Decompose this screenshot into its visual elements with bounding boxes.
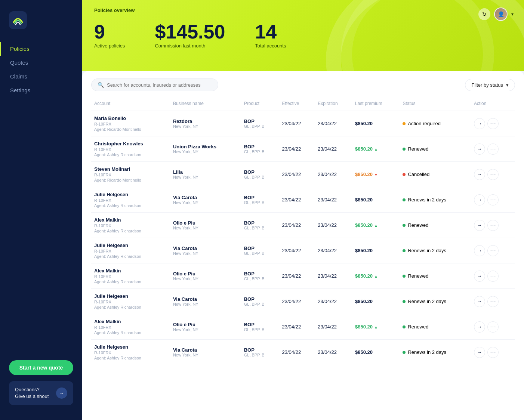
business-cell: Lilia New York, NY — [170, 162, 241, 187]
avatar[interactable]: 👤 — [494, 7, 508, 21]
product-cell: BOP GL, BPP, B — [241, 314, 279, 340]
business-name: Rezdora — [173, 118, 238, 124]
effective-date: 23/04/22 — [279, 263, 315, 289]
trend-down-icon: ▼ — [374, 173, 378, 177]
search-input[interactable] — [107, 82, 212, 88]
business-cell: Olio e Piu New York, NY — [170, 314, 241, 340]
business-cell: Olio e Piu New York, NY — [170, 263, 241, 289]
more-options-button[interactable]: ⋯ — [487, 347, 499, 358]
account-code: R-10FRX — [94, 147, 167, 152]
product-name: BOP — [244, 118, 276, 124]
account-name: Julie Helgesen — [94, 243, 167, 248]
navigate-button[interactable]: → — [474, 271, 485, 282]
status-badge: Renews in 2 days — [403, 197, 468, 203]
business-name: Olio e Piu — [173, 220, 238, 226]
account-cell: Alex Malkin R-10FRX Agent: Ashley Richar… — [91, 314, 170, 340]
navigate-button[interactable]: → — [474, 296, 485, 307]
table-row: Julie Helgesen R-10FRX Agent: Ashley Ric… — [91, 238, 515, 263]
table-row: Alex Malkin R-10FRX Agent: Ashley Richar… — [91, 213, 515, 238]
col-header: Business name — [170, 99, 241, 111]
business-cell: Rezdora New York, NY — [170, 111, 241, 136]
col-header: Product — [241, 99, 279, 111]
more-options-button[interactable]: ⋯ — [487, 169, 499, 180]
sidebar-item-settings[interactable]: Settings — [0, 83, 82, 97]
account-code: R-10FRX — [94, 249, 167, 253]
navigate-button[interactable]: → — [474, 118, 485, 129]
account-agent: Agent: Ashley Richardson — [94, 152, 167, 157]
account-agent: Agent: Ashley Richardson — [94, 254, 167, 259]
product-cell: BOP GL, BPP, B — [241, 289, 279, 314]
start-quote-button[interactable]: Start a new quote — [9, 360, 73, 375]
premium-cell: $850.20 — [352, 340, 400, 365]
status-cell: Renewed — [400, 314, 471, 340]
navigate-button[interactable]: → — [474, 245, 485, 256]
filter-button[interactable]: Filter by status ▾ — [465, 79, 515, 91]
more-options-button[interactable]: ⋯ — [487, 321, 499, 333]
table-row: Alex Malkin R-10FRX Agent: Ashley Richar… — [91, 314, 515, 340]
business-cell: Olio e Piu New York, NY — [170, 213, 241, 238]
business-location: New York, NY — [173, 124, 238, 129]
sidebar-item-claims[interactable]: Claims — [0, 70, 82, 83]
account-agent: Agent: Ashley Richardson — [94, 356, 167, 360]
stat-block: 9 Active policies — [94, 22, 125, 49]
navigate-button[interactable]: → — [474, 169, 485, 180]
action-cell: → ⋯ — [471, 187, 515, 213]
product-cell: BOP GL, BPP, B — [241, 213, 279, 238]
more-options-button[interactable]: ⋯ — [487, 143, 499, 155]
product-name: BOP — [244, 245, 276, 251]
trend-up-icon: ▲ — [374, 325, 378, 329]
expiration-date: 23/04/22 — [315, 111, 352, 136]
status-dot — [403, 224, 406, 227]
status-cell: Cancelled — [400, 162, 471, 187]
refresh-button[interactable]: ↻ — [478, 8, 490, 20]
account-agent: Agent: Ashley Richardson — [94, 229, 167, 233]
account-agent: Agent: Ashley Richardson — [94, 203, 167, 208]
status-label: Action required — [408, 121, 440, 126]
help-arrow-button[interactable]: → — [56, 387, 67, 399]
status-label: Renewed — [408, 324, 428, 330]
col-header: Account — [91, 99, 170, 111]
status-cell: Renewed — [400, 213, 471, 238]
action-buttons: → ⋯ — [474, 296, 512, 307]
more-options-button[interactable]: ⋯ — [487, 220, 499, 231]
expiration-date: 23/04/22 — [315, 340, 352, 365]
navigate-button[interactable]: → — [474, 347, 485, 358]
premium-cell: $850.20▲ — [352, 314, 400, 340]
premium-value: $850.20 — [355, 273, 373, 279]
effective-date: 23/04/22 — [279, 111, 315, 136]
product-sub: GL, BPP, B — [244, 353, 276, 357]
premium-value: $850.20 — [355, 248, 373, 253]
navigate-button[interactable]: → — [474, 194, 485, 206]
more-options-button[interactable]: ⋯ — [487, 271, 499, 282]
more-options-button[interactable]: ⋯ — [487, 194, 499, 206]
status-cell: Renewed — [400, 263, 471, 289]
product-sub: GL, BPP, B — [244, 200, 276, 205]
more-options-button[interactable]: ⋯ — [487, 245, 499, 256]
business-cell: Via Carota New York, NY — [170, 187, 241, 213]
table-header: AccountBusiness nameProductEffectiveExpi… — [91, 99, 515, 111]
account-agent: Agent: Ashley Richardson — [94, 305, 167, 309]
product-cell: BOP GL, BPP, B — [241, 136, 279, 162]
status-dot — [403, 351, 406, 354]
table-toolbar: 🔍 Filter by status ▾ — [91, 78, 515, 91]
account-agent: Agent: Ricardo Montinello — [94, 178, 167, 182]
more-options-button[interactable]: ⋯ — [487, 296, 499, 307]
navigate-button[interactable]: → — [474, 143, 485, 155]
filter-label: Filter by status — [471, 82, 503, 88]
account-code: R-10FRX — [94, 325, 167, 330]
col-header: Expiration — [315, 99, 352, 111]
chevron-down-icon[interactable]: ▾ — [511, 12, 514, 17]
trend-up-icon: ▲ — [374, 274, 378, 278]
sidebar-item-quotes[interactable]: Quotes — [0, 56, 82, 70]
account-name: Julie Helgesen — [94, 192, 167, 197]
account-agent: Agent: Ashley Richardson — [94, 280, 167, 284]
more-options-button[interactable]: ⋯ — [487, 118, 499, 129]
account-cell: Alex Malkin R-10FRX Agent: Ashley Richar… — [91, 213, 170, 238]
account-name: Maria Bonello — [94, 115, 167, 121]
sidebar-item-policies[interactable]: Policies — [0, 42, 82, 56]
premium-cell: $850.20▲ — [352, 136, 400, 162]
status-cell: Renewed — [400, 136, 471, 162]
navigate-button[interactable]: → — [474, 321, 485, 333]
effective-date: 23/04/22 — [279, 340, 315, 365]
navigate-button[interactable]: → — [474, 220, 485, 231]
